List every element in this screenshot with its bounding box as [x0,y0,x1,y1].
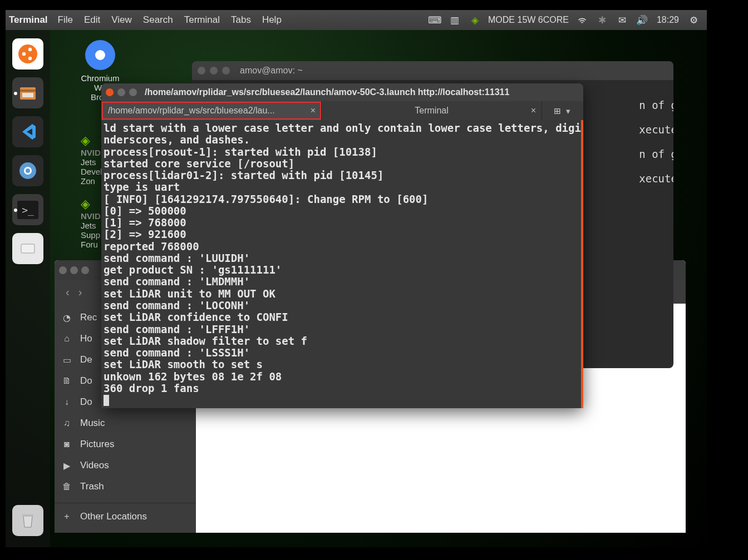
tab-close-icon[interactable]: × [531,106,536,116]
svg-rect-10 [21,244,35,253]
terminal-tabs: /home/amov/rplidar_ws/src/bluesea2/lau..… [101,101,583,120]
launcher-trash[interactable] [12,505,43,536]
tab-label: /home/amov/rplidar_ws/src/bluesea2/lau..… [108,106,275,116]
menu-search[interactable]: Search [137,14,179,26]
launcher-terminal[interactable]: >_ [12,194,43,225]
minimize-icon[interactable] [210,67,218,75]
close-icon[interactable] [198,67,205,75]
bg-text-2: ◈ NVID Jets Supp Foru [81,197,101,249]
terminal-front-title: /home/amov/rplidar_ws/src/bluesea2/launc… [145,87,509,97]
svg-rect-11 [22,514,33,517]
launcher-removable-disk[interactable] [12,233,43,264]
menu-tabs[interactable]: Tabs [225,14,257,26]
keyboard-icon[interactable]: ⌨ [427,12,442,28]
terminal-front-titlebar[interactable]: /home/amov/rplidar_ws/src/bluesea2/launc… [101,83,583,101]
recent-icon: ◔ [61,313,72,323]
menu-terminal[interactable]: Terminal [179,14,225,26]
volume-icon[interactable]: 🔊 [634,12,650,28]
svg-point-1 [22,52,26,56]
camera-icon: ◙ [61,439,72,449]
svg-point-0 [18,44,37,63]
maximize-icon[interactable] [129,88,137,96]
launcher-chromium[interactable] [12,155,43,186]
tab-menu-icon[interactable]: ▾ [565,105,571,117]
svg-rect-6 [22,93,33,97]
indicator-icon[interactable]: ▥ [447,12,462,28]
menu-edit[interactable]: Edit [78,14,106,26]
menu-help[interactable]: Help [257,14,287,26]
terminal-front-body[interactable]: ld start with a lower case letter and on… [101,120,583,408]
download-icon: ↓ [61,397,72,407]
sidebar-item-videos[interactable]: ▶Videos [55,455,196,476]
launcher-vscode[interactable] [12,116,43,147]
nav-forward[interactable]: › [74,286,87,299]
minimize-icon[interactable] [70,266,78,274]
sidebar-item-pictures[interactable]: ◙Pictures [55,434,196,455]
nvidia-icon[interactable]: ◈ [467,12,483,28]
svg-point-3 [28,57,32,60]
nav-back[interactable]: ‹ [61,286,74,299]
close-icon[interactable] [106,88,114,96]
mail-icon[interactable]: ✉ [614,12,630,28]
terminal-back-title: amov@amov: ~ [240,66,303,76]
terminal-tab-controls: ⊞ ▾ [542,101,583,120]
music-icon: ♫ [61,418,72,428]
svg-point-2 [28,48,32,51]
sidebar-item-music[interactable]: ♫Music [55,413,196,434]
chromium-icon [85,40,115,70]
menu-view[interactable]: View [106,14,137,26]
clock[interactable]: 18:29 [657,15,679,25]
desktop-icon-label: Chromium [72,73,128,83]
new-tab-icon[interactable]: ⊞ [554,105,560,117]
folder-icon: ▭ [61,355,72,365]
gear-icon[interactable]: ⚙ [686,12,701,28]
video-icon: ▶ [61,460,72,471]
terminal-back-titlebar[interactable]: amov@amov: ~ [192,61,673,80]
svg-point-9 [26,169,30,173]
home-icon: ⌂ [61,334,72,344]
terminal-tab-2[interactable]: Terminal × [322,101,542,120]
menubar: Terminal File Edit View Search Terminal … [6,10,707,30]
menu-file[interactable]: File [52,14,78,26]
document-icon: 🗎 [61,376,72,386]
terminal-tab-1[interactable]: /home/amov/rplidar_ws/src/bluesea2/lau..… [101,101,322,120]
wifi-icon[interactable] [574,12,590,28]
plus-icon: + [61,512,72,522]
sidebar-item-other[interactable]: +Other Locations [55,503,196,524]
tab-close-icon[interactable]: × [311,106,316,116]
app-name: Terminal [9,14,48,26]
close-icon[interactable] [59,266,67,274]
minimize-icon[interactable] [117,88,125,96]
bg-text: ◈ NVID Jets Devel Zon [81,133,102,186]
launcher: >_ [6,30,50,547]
maximize-icon[interactable] [81,266,89,274]
bluetooth-icon[interactable]: ✱ [594,12,610,28]
terminal-window-foreground[interactable]: /home/amov/rplidar_ws/src/bluesea2/launc… [101,83,583,408]
tab-label: Terminal [415,106,448,116]
power-mode[interactable]: MODE 15W 6CORE [488,15,569,25]
launcher-files[interactable] [12,77,43,108]
svg-rect-5 [20,90,36,92]
trash-icon: 🗑 [61,482,72,492]
launcher-ubuntu[interactable] [12,38,43,70]
maximize-icon[interactable] [222,67,230,75]
sidebar-item-trash[interactable]: 🗑Trash [55,476,196,497]
